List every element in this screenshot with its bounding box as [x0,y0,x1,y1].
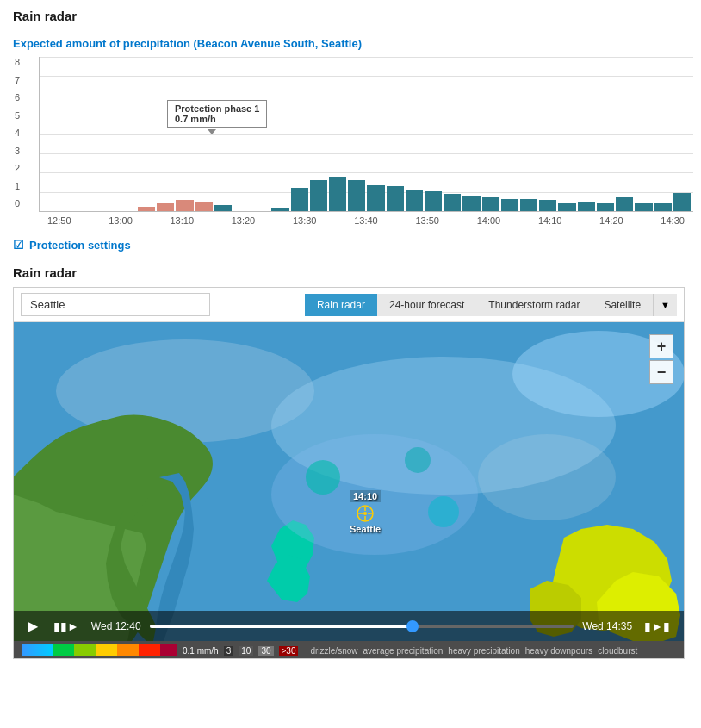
timeline-slider[interactable] [150,625,574,628]
page-title: Rain radar [13,9,688,23]
bar [444,194,461,211]
radar-widget: Rain radar 24-hour forecast Thunderstorm… [13,287,685,659]
chart-area: Protection phase 1 0.7 mm/h [39,57,693,212]
legend-seg-orange [117,644,139,656]
legend-label-average: average precipitation [363,646,444,656]
legend-label-drizzle: drizzle/snow [310,646,357,656]
bar [348,180,365,211]
radar-tabs: Rain radar 24-hour forecast Thunderstorm… [305,294,677,316]
bar [291,188,308,211]
bar [673,193,691,211]
legend-val-01: 0.1 mm/h [183,646,219,656]
bar [329,177,346,211]
bar [597,203,614,211]
bar [654,203,672,211]
seattle-marker: 14:10 Seattle [350,490,381,534]
protection-settings-label: Protection settings [29,239,131,252]
rain-radar-section: Rain radar Rain radar 24-hour forecast T… [13,265,688,659]
chart-title: Expected amount of precipitation (Beacon… [13,37,688,50]
zoom-in-button[interactable]: + [649,334,673,358]
tab-rain-radar[interactable]: Rain radar [305,294,377,316]
protection-settings-link[interactable]: ☑ Protection settings [13,238,688,252]
tab-satellite[interactable]: Satellite [592,294,653,316]
radar-legend: 0.1 mm/h 3 10 30 >30 drizzle/snow averag… [14,641,684,658]
zoom-controls: + − [649,334,673,384]
rain-radar-title: Rain radar [13,265,688,280]
x-axis: 12:50 13:00 13:10 13:20 13:30 13:40 13:5… [39,215,693,226]
legend-seg-red [139,644,160,656]
legend-gradient [22,644,177,656]
legend-seg-yellow [96,644,117,656]
legend-val-10: 10 [239,646,253,656]
radar-controls: ▶ ▮▮► Wed 12:40 Wed 14:35 ▮►▮ [14,611,684,641]
bar [558,203,575,211]
bar [138,207,155,211]
legend-label-cloudburst: cloudburst [598,646,637,656]
legend-seg-dark-red [160,644,177,656]
location-icon [356,504,375,523]
chart-tooltip: Protection phase 1 0.7 mm/h [167,100,267,128]
bar [214,205,232,211]
bar [387,186,404,211]
bar [406,190,423,211]
bar [176,200,193,211]
marker-time: 14:10 [350,490,381,502]
zoom-out-button[interactable]: − [649,360,673,384]
legend-label-heavy: heavy precipitation [448,646,519,656]
timeline-thumb [406,620,419,632]
legend-val-3: 3 [224,646,234,656]
svg-point-8 [428,496,459,527]
skip-end-button[interactable]: ▮►▮ [641,618,673,635]
legend-val-gt30: >30 [279,646,299,656]
bar [367,185,384,211]
tab-thunderstorm-radar[interactable]: Thunderstorm radar [476,294,592,316]
tab-24hour-forecast[interactable]: 24-hour forecast [377,294,476,316]
legend-seg-green [53,644,74,656]
radar-header: Rain radar 24-hour forecast Thunderstorm… [14,288,684,322]
bar [501,199,518,211]
legend-val-30: 30 [258,646,273,656]
bar [539,200,556,211]
bar [157,203,174,211]
bar [195,202,213,211]
chart-section: Expected amount of precipitation (Beacon… [13,37,688,226]
location-input[interactable] [21,293,210,316]
bar [462,196,480,211]
legend-seg-yellow-green [74,644,96,656]
legend-seg-blue [22,644,53,656]
bar [520,199,537,211]
bar [310,180,327,211]
svg-point-6 [306,460,340,495]
bar [616,197,633,211]
bar [271,208,288,211]
radar-map: + − 14:10 Seattle ▶ ▮▮► [14,322,684,641]
protection-icon: ☑ [13,238,24,252]
play-button[interactable]: ▶ [24,616,41,636]
timeline-filled [150,625,413,628]
marker-label: Seattle [350,524,381,534]
svg-point-5 [478,434,616,520]
svg-point-14 [363,512,367,515]
bar [578,202,595,211]
skip-button[interactable]: ▮▮► [50,618,83,635]
bar [635,203,652,211]
chart-bars [40,57,693,211]
legend-label-downpours: heavy downpours [525,646,592,656]
bar [482,197,499,211]
svg-point-7 [405,447,431,473]
time-start-label: Wed 12:40 [91,620,141,632]
satellite-dropdown-button[interactable]: ▼ [653,294,677,316]
y-axis: 0 1 2 3 4 5 6 7 8 [15,57,20,208]
bar [425,191,442,211]
radar-map-canvas [14,322,684,641]
time-end-label: Wed 14:35 [582,620,632,632]
